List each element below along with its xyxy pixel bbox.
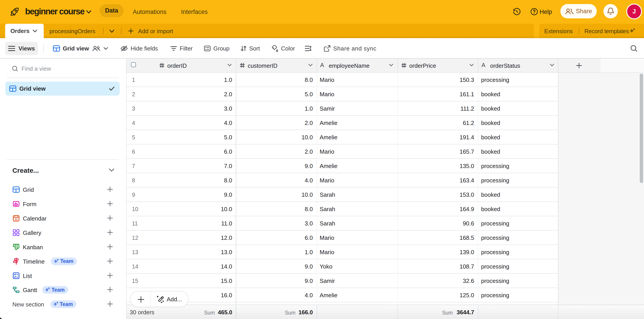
svg-text:31: 31 xyxy=(14,218,18,221)
